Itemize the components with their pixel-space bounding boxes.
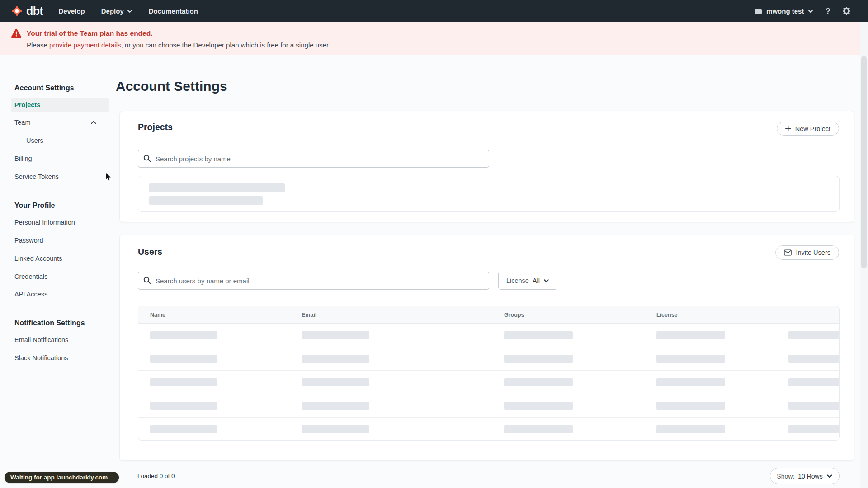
show-rows-dropdown[interactable]: Show: 10 Rows	[770, 468, 840, 484]
dbt-logo[interactable]: dbt	[11, 5, 43, 18]
skeleton-bar	[656, 378, 725, 386]
payment-details-link[interactable]: provide payment details	[49, 41, 121, 49]
chevron-down-icon	[808, 9, 813, 14]
banner-body: Please provide payment details, or you c…	[27, 41, 857, 49]
sidebar-item-users[interactable]: Users	[26, 137, 43, 144]
sidebar-item-projects[interactable]: Projects	[11, 98, 109, 112]
table-row	[138, 394, 839, 418]
folder-icon	[755, 8, 762, 14]
invite-users-button[interactable]: Invite Users	[775, 245, 839, 260]
skeleton-bar	[302, 425, 369, 433]
skeleton-bar	[302, 402, 369, 410]
column-header-groups: Groups	[504, 312, 524, 318]
skeleton-bar	[656, 425, 725, 433]
skeleton-bar	[302, 331, 369, 339]
scrollbar-track	[860, 22, 868, 488]
chevron-down-icon	[127, 9, 132, 14]
warning-triangle-icon	[11, 28, 22, 38]
users-search	[138, 272, 489, 290]
banner-title: Your trial of the Team plan has ended.	[27, 29, 152, 38]
projects-card: Projects New Project	[119, 111, 854, 222]
skeleton-bar	[788, 378, 840, 386]
skeleton-bar	[302, 355, 369, 363]
sidebar-header-your-profile: Your Profile	[14, 202, 55, 210]
skeleton-bar	[504, 402, 573, 410]
sidebar-item-personal-information[interactable]: Personal Information	[14, 219, 75, 226]
skeleton-bar	[788, 355, 840, 363]
sidebar-item-billing[interactable]: Billing	[14, 155, 32, 162]
sidebar-item-api-access[interactable]: API Access	[14, 291, 47, 298]
skeleton-bar	[302, 378, 369, 386]
column-header-email: Email	[302, 312, 316, 318]
mouse-cursor	[105, 172, 114, 182]
users-card-title: Users	[138, 247, 162, 257]
loaded-count: Loaded 0 of 0	[137, 473, 175, 479]
column-header-license: License	[656, 312, 678, 318]
skeleton-bar	[150, 402, 217, 410]
skeleton-bar	[150, 378, 217, 386]
skeleton-bar	[656, 402, 725, 410]
users-search-input[interactable]	[138, 272, 489, 290]
table-row	[138, 418, 839, 441]
help-icon[interactable]: ?	[825, 6, 830, 16]
table-row	[138, 371, 839, 394]
users-table-header: Name Email Groups License	[138, 306, 839, 324]
nav-develop[interactable]: Develop	[58, 7, 85, 15]
skeleton-bar	[656, 331, 725, 339]
new-project-button[interactable]: New Project	[777, 122, 839, 136]
table-row	[138, 347, 839, 371]
skeleton-bar	[504, 425, 573, 433]
column-header-name: Name	[150, 312, 165, 318]
projects-search	[138, 150, 489, 168]
skeleton-bar	[149, 183, 285, 192]
table-row	[138, 324, 839, 347]
sidebar-item-password[interactable]: Password	[14, 237, 43, 244]
dbt-logo-icon	[11, 5, 23, 17]
sidebar-header-account-settings: Account Settings	[14, 84, 74, 92]
sidebar-item-slack-notifications[interactable]: Slack Notifications	[14, 354, 68, 361]
page-title: Account Settings	[116, 79, 227, 94]
sidebar-header-notification-settings: Notification Settings	[14, 319, 85, 327]
skeleton-bar	[150, 331, 217, 339]
projects-search-input[interactable]	[138, 150, 489, 168]
projects-loading-skeleton	[138, 176, 840, 212]
skeleton-bar	[788, 331, 840, 339]
sidebar-item-credentials[interactable]: Credentials	[14, 273, 47, 280]
skeleton-bar	[788, 425, 840, 433]
skeleton-bar	[150, 425, 217, 433]
license-filter-dropdown[interactable]: License All	[498, 272, 557, 290]
skeleton-bar	[149, 196, 263, 205]
account-name: mwong test	[766, 7, 804, 15]
users-card: Users Invite Users License All Name Emai…	[119, 235, 854, 461]
gear-icon[interactable]	[842, 7, 851, 15]
nav-deploy[interactable]: Deploy	[101, 7, 132, 15]
chevron-down-icon	[826, 473, 833, 479]
chevron-up-icon[interactable]	[90, 119, 97, 126]
top-nav: dbt Develop Deploy Documentation mwong t…	[0, 0, 868, 22]
skeleton-bar	[656, 355, 725, 363]
trial-warning-banner: Your trial of the Team plan has ended. P…	[0, 22, 868, 55]
envelope-icon	[784, 249, 792, 256]
dbt-logo-word: dbt	[26, 5, 43, 18]
chevron-down-icon	[543, 278, 549, 284]
skeleton-bar	[504, 355, 573, 363]
skeleton-bar	[788, 402, 840, 410]
scrollbar-thumb[interactable]	[861, 56, 867, 268]
users-table: Name Email Groups License	[138, 306, 840, 441]
sidebar-item-linked-accounts[interactable]: Linked Accounts	[14, 255, 62, 262]
sidebar-item-team[interactable]: Team	[14, 119, 30, 126]
account-menu[interactable]: mwong test	[755, 7, 813, 15]
nav-documentation[interactable]: Documentation	[149, 7, 198, 15]
sidebar-item-service-tokens[interactable]: Service Tokens	[14, 173, 59, 180]
projects-card-title: Projects	[138, 122, 173, 132]
skeleton-bar	[504, 331, 573, 339]
plus-icon	[785, 126, 791, 131]
browser-status-bubble: Waiting for app.launchdarkly.com...	[5, 472, 119, 483]
skeleton-bar	[150, 355, 217, 363]
skeleton-bar	[504, 378, 573, 386]
sidebar-item-email-notifications[interactable]: Email Notifications	[14, 336, 68, 343]
